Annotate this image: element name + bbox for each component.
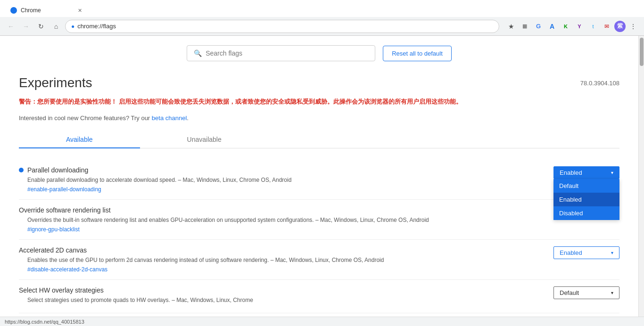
forward-button[interactable]: → xyxy=(20,20,32,33)
beta-period: . xyxy=(187,114,189,122)
page-title: Experiments xyxy=(19,75,92,90)
dropdown-option-enabled[interactable]: Enabled xyxy=(553,193,619,206)
flag-right-parallel: Enabled ▾ Default Enabled Disabled xyxy=(553,166,619,179)
flag-dropdown-button[interactable]: Enabled ▾ xyxy=(553,166,619,179)
warning-box: 警告：您所要使用的是实验性功能！ 启用这些功能可能会致使您丢失浏览数据，或者致使… xyxy=(19,97,619,107)
profile-initial: 紫 xyxy=(617,22,623,30)
lock-icon: ● xyxy=(71,23,74,30)
browser-chrome: Chrome ✕ ← → ↻ ⌂ ● chrome://flags ★ ▦ G … xyxy=(0,0,644,36)
flag-name-row: Parallel downloading xyxy=(19,166,544,174)
flag-name-3: Accelerated 2D canvas xyxy=(19,246,87,254)
beta-channel-link[interactable]: beta channel xyxy=(152,114,187,122)
tab-title: Chrome xyxy=(21,7,41,14)
flag-left-override: Override software rendering list Overrid… xyxy=(19,206,553,233)
bookmark-star-icon[interactable]: ★ xyxy=(505,20,517,33)
search-bar-container: 🔍 Reset all to default xyxy=(19,45,619,61)
profile-icon[interactable]: 紫 xyxy=(614,21,626,32)
flag-right-hw: Default ▾ xyxy=(553,286,619,299)
flag-name-2: Override software rendering list xyxy=(19,206,111,214)
scrollbar[interactable] xyxy=(638,36,644,326)
screenshot-ext-icon[interactable]: ▦ xyxy=(519,20,531,33)
flag-dot xyxy=(19,168,24,172)
extension-icons: ★ ▦ G A K Y t ✉ 紫 ⋮ xyxy=(505,20,639,33)
flag-dropdown-value: Enabled xyxy=(560,169,582,176)
search-input[interactable] xyxy=(206,49,368,57)
active-tab[interactable]: Chrome ✕ xyxy=(4,4,89,17)
flag-item-override-software: Override software rendering list Overrid… xyxy=(19,200,619,240)
more-menu-button[interactable]: ⋮ xyxy=(627,20,639,33)
dropdown-option-default[interactable]: Default xyxy=(553,179,619,193)
flag-desc-2: Overrides the built-in software renderin… xyxy=(27,216,544,224)
flag-name-row-2: Override software rendering list xyxy=(19,206,544,214)
back-button[interactable]: ← xyxy=(5,20,17,33)
flag-name: Parallel downloading xyxy=(27,166,88,174)
kaspersky-ext-icon[interactable]: K xyxy=(560,20,572,33)
flag-desc-3: Enables the use of the GPU to perform 2d… xyxy=(27,256,544,264)
twitter-ext-icon[interactable]: t xyxy=(587,20,599,33)
flag-name-row-3: Accelerated 2D canvas xyxy=(19,246,544,254)
flag-left-parallel: Parallel downloading Enable parallel dow… xyxy=(19,166,553,193)
main-content: 🔍 Reset all to default Experiments 78.0.… xyxy=(0,36,644,326)
yahoo-ext-icon[interactable]: Y xyxy=(573,20,586,33)
reset-all-button[interactable]: Reset all to default xyxy=(383,46,452,61)
flag-name-row-4: Select HW overlay strategies xyxy=(19,286,544,294)
flag-item-accelerated-canvas: Accelerated 2D canvas Enables the use of… xyxy=(19,240,619,280)
dropdown-arrow-icon-4: ▾ xyxy=(611,290,613,295)
toolbar: ← → ↻ ⌂ ● chrome://flags ★ ▦ G A K Y t ✉… xyxy=(0,17,644,36)
flag-link-3[interactable]: #disable-accelerated-2d-canvas xyxy=(27,266,544,273)
flag-link-2[interactable]: #ignore-gpu-blacklist xyxy=(27,226,544,233)
flag-desc-4: Select strategies used to promote quads … xyxy=(27,296,544,304)
search-bar: 🔍 xyxy=(187,45,375,61)
dropdown-arrow-icon-3: ▾ xyxy=(611,250,613,255)
tab-close-btn[interactable]: ✕ xyxy=(78,8,82,14)
qqmail-ext-icon[interactable]: ✉ xyxy=(601,20,613,33)
tabs-container: Available Unavailable xyxy=(19,131,619,148)
flag-item-parallel-downloading: Parallel downloading Enable parallel dow… xyxy=(19,160,619,200)
tab-available-label: Available xyxy=(66,136,93,143)
home-icon: ⌂ xyxy=(54,23,58,30)
tab-unavailable[interactable]: Unavailable xyxy=(140,131,269,148)
google-ext-icon[interactable]: G xyxy=(532,20,545,33)
tab-unavailable-label: Unavailable xyxy=(187,136,222,143)
flag-name-4: Select HW overlay strategies xyxy=(19,286,104,294)
flag-link[interactable]: #enable-parallel-downloading xyxy=(27,186,544,193)
search-icon: 🔍 xyxy=(194,49,202,57)
flag-dropdown-button-3[interactable]: Enabled ▾ xyxy=(553,246,619,259)
flag-dropdown-parallel: Enabled ▾ Default Enabled Disabled xyxy=(553,166,619,179)
home-button[interactable]: ⌂ xyxy=(50,20,62,33)
tab-favicon xyxy=(10,7,17,14)
dropdown-menu-parallel: Default Enabled Disabled xyxy=(553,179,619,220)
beta-channel-text: Interested in cool new Chrome features? … xyxy=(19,114,619,122)
reset-all-label: Reset all to default xyxy=(392,50,443,57)
warning-label: 警告：您所要使用的是实验性功能！ xyxy=(19,98,117,105)
status-bar: https://blog.csdn.net/qq_40015813 xyxy=(0,317,644,326)
flag-dropdown-value-4: Default xyxy=(560,289,579,296)
page-content: 🔍 Reset all to default Experiments 78.0.… xyxy=(0,36,638,326)
flag-dropdown-value-3: Enabled xyxy=(560,249,582,256)
address-text: chrome://flags xyxy=(77,23,116,30)
back-icon: ← xyxy=(8,23,14,30)
translate-ext-icon[interactable]: A xyxy=(546,20,558,33)
beta-intro: Interested in cool new Chrome features? … xyxy=(19,114,152,122)
address-bar[interactable]: ● chrome://flags xyxy=(65,20,499,33)
reload-button[interactable]: ↻ xyxy=(35,20,47,33)
flag-dropdown-hw: Default ▾ xyxy=(553,286,619,299)
version-text: 78.0.3904.108 xyxy=(580,80,619,87)
flag-left-canvas: Accelerated 2D canvas Enables the use of… xyxy=(19,246,553,273)
flag-dropdown-canvas: Enabled ▾ xyxy=(553,246,619,259)
flag-description: Enable parallel downloading to accelerat… xyxy=(27,176,544,184)
flag-dropdown-button-4[interactable]: Default ▾ xyxy=(553,286,619,299)
tab-available[interactable]: Available xyxy=(19,131,140,148)
flag-right-canvas: Enabled ▾ xyxy=(553,246,619,259)
dropdown-option-disabled[interactable]: Disabled xyxy=(553,206,619,220)
flag-left-hw: Select HW overlay strategies Select stra… xyxy=(19,286,553,306)
flag-item-hw-overlay: Select HW overlay strategies Select stra… xyxy=(19,280,619,313)
status-url: https://blog.csdn.net/qq_40015813 xyxy=(5,319,84,325)
scrollbar-thumb[interactable] xyxy=(640,38,644,66)
forward-icon: → xyxy=(23,23,29,30)
tab-bar: Chrome ✕ xyxy=(0,0,644,17)
warning-body: 启用这些功能可能会致使您丢失浏览数据，或者致使您的安全或隐私受到威胁。此操作会为… xyxy=(119,98,462,105)
dropdown-arrow-icon: ▾ xyxy=(611,170,613,175)
experiments-header: Experiments 78.0.3904.108 xyxy=(19,75,619,90)
warning-text: 警告：您所要使用的是实验性功能！ 启用这些功能可能会致使您丢失浏览数据，或者致使… xyxy=(19,97,619,107)
